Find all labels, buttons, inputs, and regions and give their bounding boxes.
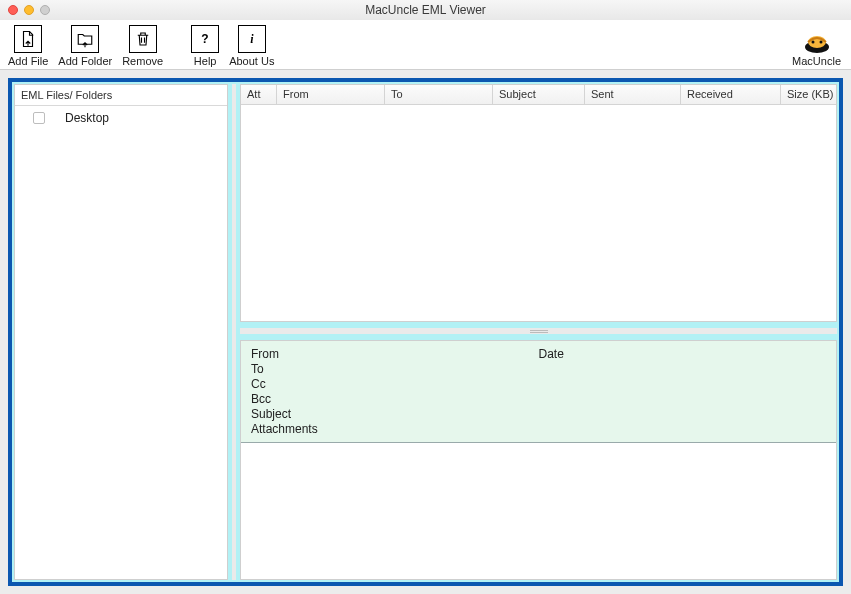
content-pane: Att From To Subject Sent Received Size (… xyxy=(240,84,837,580)
grip-icon xyxy=(530,330,548,333)
vertical-splitter[interactable] xyxy=(232,84,236,580)
add-file-label: Add File xyxy=(8,55,48,67)
list-header: Att From To Subject Sent Received Size (… xyxy=(241,85,836,105)
message-meta: From To Cc Bcc Subject Attachments Date xyxy=(241,341,836,443)
help-icon: ? xyxy=(191,25,219,53)
horizontal-splitter[interactable] xyxy=(240,328,837,334)
add-file-button[interactable]: Add File xyxy=(6,25,50,67)
checkbox-icon[interactable] xyxy=(33,112,45,124)
folder-tree[interactable]: Desktop xyxy=(15,106,227,128)
sidebar-header: EML Files/ Folders xyxy=(15,85,227,106)
trash-icon xyxy=(129,25,157,53)
message-list: Att From To Subject Sent Received Size (… xyxy=(240,84,837,322)
add-folder-button[interactable]: Add Folder xyxy=(56,25,114,67)
file-add-icon xyxy=(14,25,42,53)
col-received[interactable]: Received xyxy=(681,85,781,104)
tree-item-label: Desktop xyxy=(65,111,109,125)
svg-point-4 xyxy=(811,41,814,44)
toolbar: Add File Add Folder Remove ? Help i Abou… xyxy=(0,20,851,70)
meta-cc-label: Cc xyxy=(251,377,539,391)
svg-point-5 xyxy=(819,41,822,44)
about-label: About Us xyxy=(229,55,274,67)
col-att[interactable]: Att xyxy=(241,85,277,104)
message-body[interactable] xyxy=(241,443,836,579)
col-to[interactable]: To xyxy=(385,85,493,104)
remove-button[interactable]: Remove xyxy=(120,25,165,67)
about-button[interactable]: i About Us xyxy=(227,25,276,67)
meta-to-label: To xyxy=(251,362,539,376)
brand-logo-icon xyxy=(802,29,832,55)
brand-name: MacUncle xyxy=(792,55,841,67)
window-title: MacUncle EML Viewer xyxy=(0,3,851,17)
meta-subject-label: Subject xyxy=(251,407,539,421)
list-body[interactable] xyxy=(241,105,836,321)
col-size[interactable]: Size (KB) xyxy=(781,85,836,104)
remove-label: Remove xyxy=(122,55,163,67)
meta-attachments-label: Attachments xyxy=(251,422,539,436)
titlebar: MacUncle EML Viewer xyxy=(0,0,851,20)
col-sent[interactable]: Sent xyxy=(585,85,681,104)
tree-item[interactable]: Desktop xyxy=(15,108,227,128)
svg-text:?: ? xyxy=(201,32,208,46)
meta-bcc-label: Bcc xyxy=(251,392,539,406)
brand: MacUncle xyxy=(792,29,841,67)
svg-text:i: i xyxy=(250,32,254,46)
folder-add-icon xyxy=(71,25,99,53)
main-frame: EML Files/ Folders Desktop Att From To S… xyxy=(8,78,843,586)
meta-from-label: From xyxy=(251,347,539,361)
message-detail: From To Cc Bcc Subject Attachments Date xyxy=(240,340,837,580)
sidebar: EML Files/ Folders Desktop xyxy=(14,84,228,580)
col-subject[interactable]: Subject xyxy=(493,85,585,104)
add-folder-label: Add Folder xyxy=(58,55,112,67)
meta-date-label: Date xyxy=(539,347,827,361)
help-button[interactable]: ? Help xyxy=(189,25,221,67)
info-icon: i xyxy=(238,25,266,53)
col-from[interactable]: From xyxy=(277,85,385,104)
help-label: Help xyxy=(194,55,217,67)
